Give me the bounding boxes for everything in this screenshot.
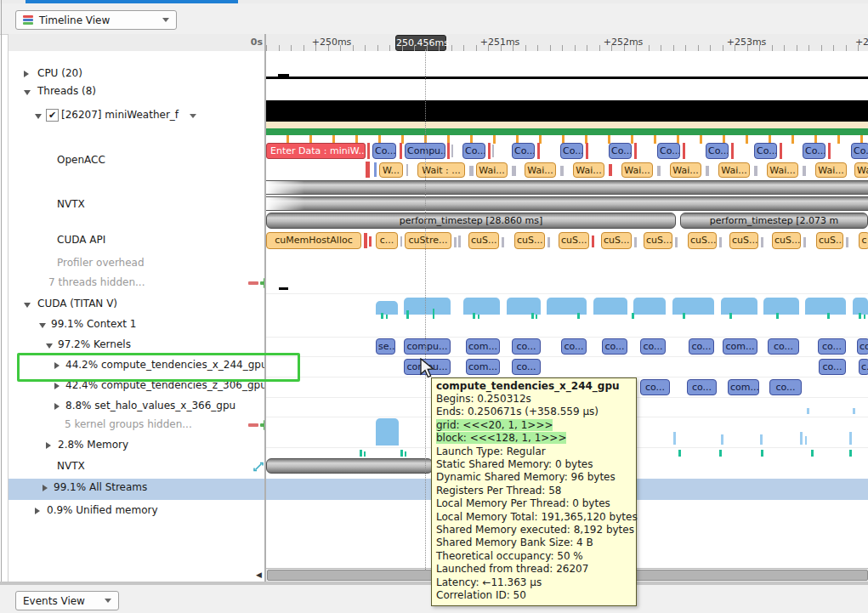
expand-arrow-icon[interactable] <box>54 383 63 389</box>
timeline-event-block[interactable]: Co... <box>609 143 632 159</box>
timeline-event-block[interactable]: cuS... <box>772 232 801 249</box>
timeline-event-block[interactable]: Co... <box>657 143 680 159</box>
timeline-event-block[interactable]: com... <box>723 338 757 355</box>
expand-arrow-icon[interactable] <box>24 71 32 77</box>
timeline-view-selector[interactable]: Timeline View <box>15 10 177 30</box>
sidebar-item-memory[interactable]: 2.8% Memory <box>9 436 264 454</box>
timeline-event-block[interactable]: Co... <box>462 143 485 159</box>
timeline-event-block[interactable]: cuS... <box>816 232 843 249</box>
timeline-event-block[interactable]: cuS... <box>601 232 632 249</box>
timeline-event-block[interactable]: co... <box>818 338 846 355</box>
timeline-event-block[interactable]: Co... <box>372 143 396 159</box>
timeline-event-block[interactable]: Wai... <box>815 162 847 178</box>
timeline-event-block[interactable]: Wai... <box>476 162 508 178</box>
sidebar-item-all-streams[interactable]: 99.1% All Streams <box>9 479 264 500</box>
timeline-mark <box>731 143 734 159</box>
sidebar-item-process-26207[interactable]: ✔[26207] miniWeather_f <box>9 106 264 124</box>
timeline-event-block[interactable]: Wai... <box>670 162 701 178</box>
expand-arrow-icon[interactable] <box>43 485 51 491</box>
timeline-event-block[interactable]: co... <box>768 338 799 355</box>
sidebar-item-nvtx-gpu[interactable]: NVTX <box>9 457 264 475</box>
collapse-arrow-icon[interactable] <box>46 343 53 352</box>
sidebar-item-context-1[interactable]: 99.1% Context 1 <box>9 315 264 333</box>
sidebar-item-kernel-set-halo[interactable]: 8.8% set_halo_values_x_366_gpu <box>9 397 264 415</box>
sidebar-item-cuda-api[interactable]: CUDA API <box>9 231 264 249</box>
timeline-event-block[interactable]: co... <box>819 359 846 375</box>
timeline-event-block[interactable]: co... <box>561 338 587 355</box>
timeline-event-block[interactable]: Co... <box>754 143 777 159</box>
sidebar-item-openacc[interactable]: OpenACC <box>9 151 264 169</box>
remove-filter-icon[interactable] <box>248 423 258 427</box>
timeline-event-block[interactable]: Wai... <box>573 162 604 178</box>
timeline-event-block[interactable]: com... <box>466 359 500 375</box>
timeline-event-block[interactable]: c... <box>376 232 398 249</box>
sidebar-item-label: 2.8% Memory <box>58 439 128 451</box>
timeline-event-block[interactable]: cuMemHostAlloc <box>266 232 361 249</box>
sidebar-item-kernel-groups-hidden[interactable]: 5 kernel groups hidden... <box>9 416 264 434</box>
collapse-arrow-icon[interactable] <box>24 303 31 311</box>
process-checkbox[interactable]: ✔ <box>46 109 59 122</box>
timeline-event-block[interactable]: cuS... <box>559 232 589 249</box>
timeline-event-block[interactable]: co <box>857 338 868 355</box>
timeline-event-block[interactable]: Wai... <box>767 162 798 178</box>
timeline-event-block[interactable]: cuStre... <box>405 232 451 249</box>
process-menu-caret-icon[interactable] <box>190 114 196 122</box>
timeline-event-block[interactable]: Wa... <box>854 162 868 178</box>
timeline-event-block[interactable]: W... <box>379 162 403 178</box>
timeline-mark <box>849 450 852 457</box>
sidebar-item-nvtx-thread[interactable]: NVTX <box>9 196 264 213</box>
timeline-event-block[interactable]: co... <box>769 379 802 395</box>
timeline-event-block[interactable]: co... <box>640 379 670 395</box>
remove-filter-icon[interactable] <box>248 281 258 285</box>
timeline-event-block[interactable]: Enter Data : miniW... <box>266 143 366 159</box>
timeline-event-block[interactable]: cuS... <box>688 232 717 249</box>
sidebar-item-unified-memory[interactable]: 0.9% Unified memory <box>9 502 264 519</box>
timeline-event-block[interactable]: Co... <box>851 143 868 159</box>
sidebar-item-kernels[interactable]: 97.2% Kernels <box>9 336 264 354</box>
timeline-event-block[interactable]: co... <box>512 338 541 355</box>
collapse-arrow-icon[interactable] <box>39 323 46 332</box>
collapse-arrow-icon[interactable] <box>35 114 42 122</box>
timeline-event-block[interactable]: perform_timestep [28.860 ms] <box>266 213 676 229</box>
timeline-mark <box>531 313 534 319</box>
timeline-event-block[interactable]: co... <box>602 338 627 355</box>
timeline-event-block[interactable]: co... <box>640 338 666 355</box>
expand-arrow-icon[interactable] <box>54 403 63 410</box>
timeline-event-block[interactable]: Wai... <box>525 162 556 178</box>
timeline-event-block[interactable]: com... <box>728 379 759 395</box>
timeline-event-block[interactable]: c <box>859 232 868 249</box>
timeline-event-block[interactable]: Wai... <box>718 162 750 178</box>
timeline-event-block[interactable]: perform_timestep [2.073 m <box>680 213 868 229</box>
expand-arrow-icon[interactable] <box>46 442 54 449</box>
kernels-all-row: se...compu...com...co...co...co...co...c… <box>266 337 868 356</box>
sidebar-item-threads[interactable]: Threads (8) <box>9 82 264 100</box>
timeline-event-block[interactable]: co... <box>689 338 714 355</box>
timeline-event-block[interactable]: c... <box>859 359 868 375</box>
timeline-event-block[interactable]: Co... <box>706 143 729 159</box>
timeline-event-block[interactable]: compu... <box>404 338 451 355</box>
timeline-event-block[interactable]: Wai... <box>621 162 653 178</box>
sidebar-item-cpu[interactable]: CPU (20) <box>9 65 264 82</box>
timeline-mark <box>266 458 433 474</box>
timeline-event-block[interactable]: se... <box>376 338 395 355</box>
expand-row-icon[interactable] <box>252 461 264 473</box>
timeline-event-block[interactable]: co... <box>687 379 717 395</box>
sidebar-item-cuda-device[interactable]: CUDA (TITAN V) <box>9 295 264 313</box>
time-ruler[interactable]: 0s 250.456ms +250ms+251ms+252ms+253ms+2 <box>9 34 868 52</box>
timeline-event-block[interactable]: com... <box>466 338 500 355</box>
timeline-event-block[interactable]: Co... <box>803 143 825 159</box>
timeline-event-block[interactable]: cuS... <box>729 232 758 249</box>
collapse-arrow-icon[interactable] <box>24 90 31 99</box>
timeline-event-block[interactable]: cuS... <box>644 232 672 249</box>
timeline-mark <box>805 436 807 445</box>
sidebar-item-profiler-overhead[interactable]: Profiler overhead <box>9 254 264 272</box>
timeline-event-block[interactable]: Co... <box>560 143 583 159</box>
timeline-event-block[interactable]: cuS... <box>514 232 545 249</box>
timeline-event-block[interactable]: co... <box>512 359 541 375</box>
scroll-left-arrow[interactable]: ◀ <box>256 570 264 580</box>
timeline-event-block[interactable]: Co... <box>512 143 535 159</box>
events-view-selector[interactable]: Events View <box>15 591 119 610</box>
timeline-event-block[interactable]: cuS... <box>468 232 499 249</box>
sidebar-item-threads-hidden[interactable]: 7 threads hidden... <box>9 274 264 292</box>
expand-arrow-icon[interactable] <box>35 508 43 514</box>
